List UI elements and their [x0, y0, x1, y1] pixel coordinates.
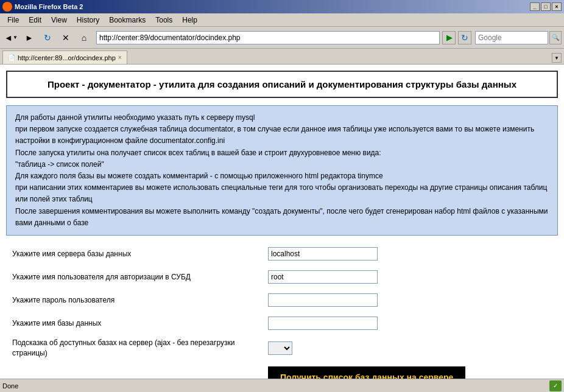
ajax-row: Подсказка об доступных базах на сервер (… — [12, 338, 552, 359]
ajax-label: Подсказка об доступных базах на сервер (… — [12, 338, 268, 359]
close-button[interactable]: × — [552, 2, 562, 11]
db-hint-select[interactable] — [268, 341, 292, 355]
maximize-button[interactable]: □ — [541, 2, 551, 11]
title-bar-buttons[interactable]: _ □ × — [530, 2, 562, 11]
dbname-row: Укажите имя базы данных — [12, 315, 552, 332]
status-bar: Done ✓ — [0, 379, 564, 392]
security-icon: ✓ — [549, 380, 562, 391]
server-name-label: Укажите имя сервера базы данных — [12, 250, 268, 258]
title-bar-title: Mozilla Firefox Beta 2 — [15, 3, 83, 10]
get-list-button[interactable]: Получить список баз данных на сервере — [268, 366, 465, 379]
search-input[interactable] — [475, 31, 548, 44]
reload-button[interactable]: ↻ — [39, 30, 56, 46]
dbname-input[interactable] — [268, 317, 378, 330]
home-icon: ⌂ — [82, 33, 86, 43]
username-row: Укажите имя пользователя для авторизации… — [12, 268, 552, 285]
forward-icon: ► — [25, 33, 33, 43]
username-input[interactable] — [268, 270, 378, 284]
info-line-5: Для каждого поля базы вы можете создать … — [15, 170, 549, 182]
password-label: Укажите пароль пользователя — [12, 296, 268, 304]
search-area: 🔍 — [475, 31, 562, 44]
menu-history[interactable]: History — [72, 15, 104, 26]
go-button[interactable]: ▶ — [442, 31, 456, 44]
status-text: Done — [2, 382, 18, 390]
password-row: Укажите пароль пользователя — [12, 292, 552, 309]
password-input[interactable] — [268, 293, 378, 307]
get-list-row: Получить список баз данных на сервере — [268, 364, 552, 379]
form-section: Укажите имя сервера базы данных Укажите … — [6, 245, 558, 379]
info-box: Для работы данной утилиты необходимо ука… — [6, 105, 558, 236]
page-title: Проект - документатор - утилита для созд… — [6, 71, 558, 98]
info-line-1: Для работы данной утилиты необходимо ука… — [15, 112, 549, 124]
stop-icon: ✕ — [62, 33, 69, 43]
search-icon: 🔍 — [552, 34, 559, 41]
toolbar: ◄ ▼ ► ↻ ✕ ⌂ ▶ ↻ 🔍 — [0, 27, 564, 49]
back-icon: ◄ — [4, 33, 13, 43]
tab-dropdown-button[interactable]: ▼ — [552, 53, 562, 63]
address-bar: ▶ ↻ — [96, 31, 471, 44]
username-label: Укажите имя пользователя для авторизации… — [12, 273, 268, 281]
server-name-row: Укажите имя сервера базы данных — [12, 245, 552, 262]
tab-bar: 📄 http://center:89...or/docindex.php × ▼ — [0, 49, 564, 65]
server-name-input[interactable] — [268, 247, 378, 261]
info-line-4: "таблица -> список полей" — [15, 159, 549, 170]
menu-bar: File Edit View History Bookmarks Tools H… — [0, 13, 564, 27]
menu-bookmarks[interactable]: Bookmarks — [104, 15, 150, 26]
tab-close-button[interactable]: × — [118, 54, 122, 61]
forward-button[interactable]: ► — [21, 30, 38, 46]
info-line-3: После запуска утилиты она получает списо… — [15, 147, 549, 159]
title-bar-left: Mozilla Firefox Beta 2 — [2, 2, 83, 12]
title-bar: Mozilla Firefox Beta 2 _ □ × — [0, 0, 564, 13]
refresh-icon[interactable]: ↻ — [458, 31, 471, 44]
dbname-label: Укажите имя базы данных — [12, 319, 268, 327]
menu-help[interactable]: Help — [177, 15, 202, 26]
back-button[interactable]: ◄ ▼ — [2, 30, 19, 46]
info-line-7: После завершения комментирования вы може… — [15, 206, 549, 229]
reload-icon: ↻ — [44, 33, 51, 43]
browser-tab[interactable]: 📄 http://center:89...or/docindex.php × — [2, 51, 127, 64]
search-go-button[interactable]: 🔍 — [549, 31, 562, 44]
address-input[interactable] — [96, 31, 440, 44]
stop-button[interactable]: ✕ — [57, 30, 74, 46]
menu-file[interactable]: File — [2, 15, 24, 26]
minimize-button[interactable]: _ — [530, 2, 540, 11]
content-area: Проект - документатор - утилита для созд… — [0, 65, 564, 379]
home-button[interactable]: ⌂ — [76, 30, 93, 46]
firefox-icon — [2, 2, 12, 12]
menu-edit[interactable]: Edit — [24, 15, 46, 26]
tab-label: http://center:89...or/docindex.php — [18, 54, 116, 61]
menu-view[interactable]: View — [46, 15, 72, 26]
menu-tools[interactable]: Tools — [150, 15, 177, 26]
info-line-2: при первом запуске создается служебная т… — [15, 124, 549, 147]
tab-favicon: 📄 — [8, 54, 15, 61]
status-right: ✓ — [549, 380, 562, 391]
back-dropdown-icon: ▼ — [13, 35, 18, 40]
info-line-6: при написании этих комментариев вы может… — [15, 182, 549, 205]
